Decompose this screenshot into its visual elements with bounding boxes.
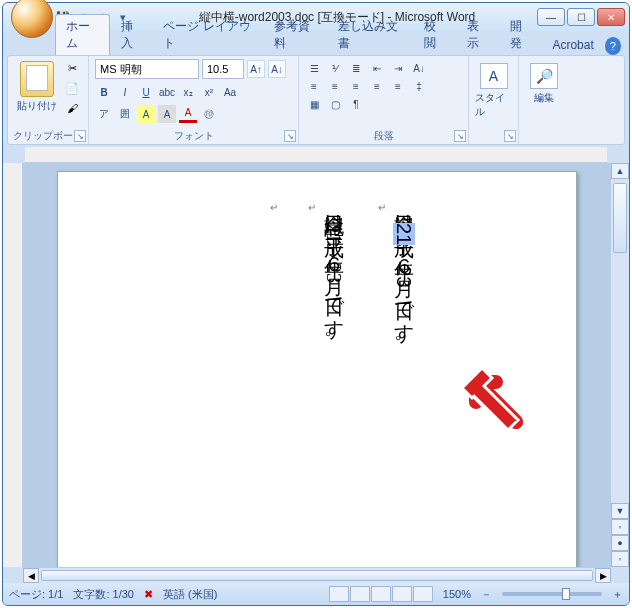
view-outline[interactable] [392,586,412,602]
styles-label: スタイル [475,91,512,119]
shading-button[interactable]: ▦ [305,95,323,113]
tab-view[interactable]: 表示 [457,15,499,55]
font-size-value: 10.5 [207,63,228,75]
help-icon[interactable]: ? [605,37,621,55]
paste-label: 貼り付け [17,99,57,113]
grow-font-button[interactable]: A↑ [247,60,265,78]
paragraph-dialog-launcher[interactable]: ↘ [454,130,466,142]
paragraph-mark: ↵ [308,202,316,213]
tab-acrobat[interactable]: Acrobat [542,35,603,55]
text-line1-a: 記念日は平成 [393,200,415,223]
strike-button[interactable]: abc [158,83,176,101]
editing-button[interactable]: 🔎 編集 [530,59,558,105]
tab-references[interactable]: 参考資料 [264,15,327,55]
styles-button[interactable]: A スタイル [475,59,512,119]
decrease-indent-button[interactable]: ⇤ [368,59,386,77]
multilevel-button[interactable]: ≣ [347,59,365,77]
shrink-font-button[interactable]: A↓ [268,60,286,78]
borders-button[interactable]: ▢ [326,95,344,113]
justify-button[interactable]: ≡ [368,77,386,95]
close-button[interactable]: ✕ [597,8,625,26]
status-language[interactable]: 英語 (米国) [163,587,217,602]
horizontal-ruler[interactable] [25,147,607,163]
underline-button[interactable]: U [137,83,155,101]
distribute-button[interactable]: ≡ [389,77,407,95]
view-print-layout[interactable] [329,586,349,602]
tab-layout[interactable]: ページ レイアウト [153,15,263,55]
next-page-button[interactable]: ◦ [611,551,629,567]
view-web-layout[interactable] [371,586,391,602]
zoom-level[interactable]: 150% [443,588,471,600]
view-draft[interactable] [413,586,433,602]
align-center-button[interactable]: ≡ [326,77,344,95]
tab-mailings[interactable]: 差し込み文書 [328,15,413,55]
status-words[interactable]: 文字数: 1/30 [73,587,134,602]
browse-object-button[interactable]: ● [611,535,629,551]
zoom-knob[interactable] [562,588,570,600]
line-spacing-button[interactable]: ‡ [410,77,428,95]
char-border-button[interactable]: 囲 [116,105,134,123]
text-selection: 21 [393,223,415,245]
scroll-right-button[interactable]: ▶ [595,568,611,583]
sort-button[interactable]: A↓ [410,59,428,77]
scroll-left-button[interactable]: ◀ [23,568,39,583]
zoom-out-button[interactable]: － [481,587,492,602]
format-painter-button[interactable]: 🖌 [62,99,82,117]
tab-review[interactable]: 校閲 [414,15,456,55]
align-right-button[interactable]: ≡ [347,77,365,95]
text-column-1[interactable]: 記念日は平成21年６月23日です。 [382,200,426,567]
vertical-ruler[interactable] [3,163,23,567]
page-viewport[interactable]: 記念日は平成21年６月23日です。 記念日は平成21年６月23日です。 ↵ ↵ … [23,163,611,567]
text-column-2[interactable]: 記念日は平成21年６月23日です。 [312,200,356,567]
bold-button[interactable]: B [95,83,113,101]
annotation-arrow-icon [458,364,538,444]
superscript-button[interactable]: x² [200,83,218,101]
group-styles: A スタイル ↘ [469,56,519,144]
numbering-button[interactable]: ⅟ [326,59,344,77]
zoom-in-button[interactable]: ＋ [612,587,623,602]
show-marks-button[interactable]: ¶ [347,95,365,113]
font-name-combo[interactable]: MS 明朝 [95,59,199,79]
status-bar: ページ: 1/1 文字数: 1/30 ✖ 英語 (米国) 150% － ＋ [3,583,629,605]
view-buttons [329,586,433,602]
horizontal-scrollbar[interactable]: ◀ ▶ [23,567,611,583]
tab-home[interactable]: ホーム [55,14,110,55]
scroll-up-button[interactable]: ▲ [611,163,629,179]
clipboard-dialog-launcher[interactable]: ↘ [74,130,86,142]
clipboard-icon [20,61,54,97]
font-color-button[interactable]: A [179,105,197,123]
tab-developer[interactable]: 開発 [500,15,542,55]
phonetic-guide-button[interactable]: ア [95,105,113,123]
tab-insert[interactable]: 挿入 [111,15,153,55]
vertical-scrollbar[interactable]: ▲ ▼ ◦ ● ◦ [611,163,629,567]
bullets-button[interactable]: ☰ [305,59,323,77]
prev-page-button[interactable]: ◦ [611,519,629,535]
hscroll-thumb[interactable] [41,570,593,581]
maximize-button[interactable]: ☐ [567,8,595,26]
font-dialog-launcher[interactable]: ↘ [284,130,296,142]
scroll-thumb[interactable] [613,183,627,253]
highlight-button[interactable]: A [137,105,155,123]
svg-marker-0 [466,372,490,408]
zoom-slider[interactable] [502,592,602,596]
align-left-button[interactable]: ≡ [305,77,323,95]
group-paragraph: ☰ ⅟ ≣ ⇤ ⇥ A↓ ≡ ≡ ≡ ≡ ≡ ‡ ▦ ▢ [299,56,469,144]
paste-button[interactable]: 貼り付け [14,59,60,130]
status-page[interactable]: ページ: 1/1 [9,587,63,602]
view-full-screen[interactable] [350,586,370,602]
text-line1-b: 年６月23日です。 [393,245,415,353]
font-size-combo[interactable]: 10.5 [202,59,244,79]
increase-indent-button[interactable]: ⇥ [389,59,407,77]
group-font-label: フォント [89,129,298,143]
italic-button[interactable]: I [116,83,134,101]
page[interactable]: 記念日は平成21年６月23日です。 記念日は平成21年６月23日です。 ↵ ↵ … [57,171,577,567]
clear-format-button[interactable]: Aa [221,83,239,101]
styles-dialog-launcher[interactable]: ↘ [504,130,516,142]
scroll-down-button[interactable]: ▼ [611,503,629,519]
char-shading-button[interactable]: A [158,105,176,123]
copy-button[interactable]: 📄 [62,79,82,97]
enclose-char-button[interactable]: ㊞ [200,105,218,123]
find-icon: 🔎 [530,63,558,89]
cut-button[interactable]: ✂ [62,59,82,77]
subscript-button[interactable]: x₂ [179,83,197,101]
